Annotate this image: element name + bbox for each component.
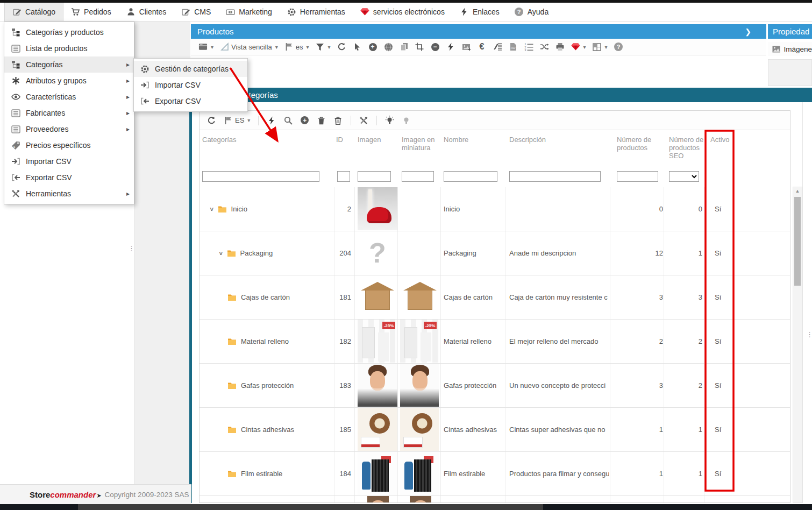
price-list-button[interactable] [491,41,504,53]
catalog-menu-item-proveedores[interactable]: Proveedores▸ [4,121,134,137]
help-button[interactable]: ? [612,41,625,53]
category-thumbnail[interactable] [400,364,439,407]
menubar-item-clientes[interactable]: Clientes [119,3,174,21]
delete-all-button[interactable] [331,115,345,126]
category-thumbnail[interactable] [400,408,439,451]
cell-descripcion[interactable] [509,187,609,231]
menubar-item-herramientas[interactable]: Herramientas [280,3,353,21]
cell-descripcion[interactable]: Cintas super adhesivas que no [509,408,609,451]
col-header-imagen-miniatura[interactable]: Imagen en miniatura [402,136,440,152]
category-tree-cell[interactable]: Film estirable [227,452,282,495]
vertical-scrollbar[interactable]: ▲ [793,187,802,503]
print-button[interactable] [553,41,567,53]
chevron-down-icon[interactable]: ∨ [218,250,224,257]
delete-button[interactable] [315,115,328,126]
cell-activo[interactable]: Sí [715,231,736,275]
cell-activo[interactable]: Sí [715,364,736,407]
cell-activo[interactable]: Sí [715,187,736,231]
col-header-categorias[interactable]: Categorías [202,136,237,144]
filter-id-input[interactable] [337,171,350,182]
csv-button[interactable]: CSV [507,41,520,53]
category-image[interactable] [358,496,397,503]
filter-miniatura-input[interactable] [402,171,434,182]
catalog-menu-item-herramientas[interactable]: Herramientas▸ [4,186,134,202]
search-button[interactable] [281,115,295,126]
filter-num-productos-input[interactable] [617,171,658,182]
crop-button[interactable] [413,41,426,53]
catalog-menu-item-fabricantes[interactable]: Fabricantes▸ [4,105,134,121]
collapse-panel-button[interactable]: ❯ [745,27,751,36]
sc-services-button[interactable]: ▾ [569,41,588,53]
col-header-nombre[interactable]: Nombre [444,136,468,144]
disable-button[interactable] [400,115,413,126]
submenu-item-exportar-csv[interactable]: Exportar CSV [134,93,247,109]
category-tree-cell[interactable]: Gafas protección [227,364,294,407]
category-tree-cell[interactable]: ∨Inicio [209,187,247,231]
category-thumbnail[interactable] [400,452,439,495]
col-header-id[interactable]: ID [336,136,343,144]
menubar-item-marketing[interactable]: 1Marketing [218,3,279,21]
cell-descripcion[interactable]: El mejor relleno del mercado [509,320,609,363]
category-thumbnail[interactable] [400,275,439,318]
cell-descripcion[interactable]: Anade mi descripcion [509,231,609,275]
layout-button[interactable]: ▾ [196,41,216,53]
table-row[interactable]: Gafas protección183Gafas protecciónUn nu… [200,364,790,408]
col-header-imagen[interactable]: Imagen [358,136,381,144]
catalog-menu-item-categorías[interactable]: Categorías▸ [4,56,134,73]
enable-button[interactable] [383,115,396,126]
shuffle-button[interactable] [538,41,551,53]
table-row[interactable]: Material relleno182Material rellenoEl me… [200,320,790,364]
submenu-item-gestión-de-categorías[interactable]: Gestión de categorías [134,61,247,77]
category-thumbnail[interactable] [400,320,439,363]
grid-button[interactable]: ▾ [590,41,610,53]
category-image[interactable] [358,275,397,318]
cell-nombre[interactable]: Cajas de cartón [444,275,505,319]
quick-edit-button[interactable] [265,115,278,126]
scroll-up-arrow[interactable]: ▲ [793,188,802,194]
add-button[interactable]: + [366,41,380,53]
col-header-num-productos-seo[interactable]: Número de productos SEO [669,136,708,160]
filter-imagen-input[interactable] [358,171,391,182]
cell-descripcion[interactable]: Un nuevo concepto de protecci [509,364,609,407]
menubar-item-catálogo[interactable]: Catálogo [4,3,63,21]
refresh-button[interactable] [205,115,218,126]
category-tree-cell[interactable]: ∨Packaging [218,231,273,275]
category-image[interactable] [358,320,397,363]
catalog-menu-item-importar-csv[interactable]: Importar CSV [4,153,134,169]
catalog-menu-item-lista-de-productos[interactable]: Lista de productos [4,40,134,56]
catalog-menu-item-características[interactable]: Características▸ [4,89,134,105]
cell-descripcion[interactable] [509,496,609,503]
filter-nombre-input[interactable] [444,171,497,182]
col-header-descripcion[interactable]: Descripción [509,136,546,144]
filter-button[interactable]: ▾ [313,41,332,53]
cell-activo[interactable]: Sí [715,452,736,495]
menubar-item-servicios-electrónicos[interactable]: servicios electrónicos [353,3,452,21]
refresh-button[interactable] [335,41,348,53]
select-button[interactable] [351,41,364,53]
quick-edit-button[interactable] [444,41,458,53]
cell-activo[interactable]: Sí [715,275,736,319]
cell-nombre[interactable]: Cintas adhesivas [444,408,505,451]
category-tree-cell[interactable]: Cintas adhesivas [227,408,294,451]
category-thumbnail[interactable] [400,496,439,503]
category-tree-cell[interactable]: Material relleno [227,320,289,363]
view-mode-button[interactable]: Vista sencilla▾ [218,41,280,53]
category-tree-cell[interactable]: Cajas de cartón [227,275,290,319]
submenu-item-importar-csv[interactable]: Importar CSV [134,77,247,93]
table-row[interactable]: ∨Inicio2Inicio00Sí [200,187,790,231]
category-image[interactable] [358,408,397,451]
cell-nombre[interactable]: Material relleno [444,320,505,363]
menubar-item-cms[interactable]: CMS [174,3,218,21]
menubar-item-pedidos[interactable]: Pedidos [63,3,119,21]
chevron-down-icon[interactable]: ∨ [209,206,215,212]
col-header-activo[interactable]: Activo [710,136,729,144]
cell-descripcion[interactable]: Productos para filmar y consegu [509,452,609,495]
table-row[interactable]: Cajas de cartón181Cajas de cartónCaja de… [200,275,790,320]
language-button[interactable]: es▾ [282,41,311,53]
cell-nombre[interactable]: Packaging [444,231,505,275]
panel-splitter-handle[interactable]: ⋮ [128,246,135,250]
table-row[interactable]: Cintas adhesivas185Cintas adhesivasCinta… [200,408,790,452]
panel-splitter-handle[interactable]: ⋮ [806,332,812,336]
language-button[interactable]: ES▾ [222,115,252,126]
catalog-menu-item-categorías-y-productos[interactable]: Categorías y productos [4,24,134,40]
